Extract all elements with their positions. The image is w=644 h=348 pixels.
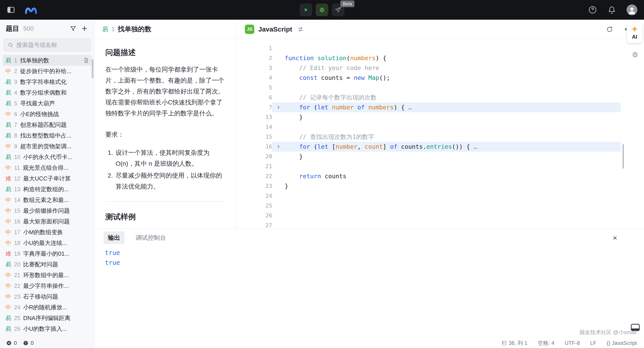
- code-line: 20 }: [236, 152, 621, 162]
- bug-rail-icon[interactable]: [631, 50, 639, 59]
- problem-number: 18: [14, 240, 20, 246]
- line-number: 16: [236, 142, 272, 152]
- problem-list-item[interactable]: 中9超市里的货物架调...: [3, 141, 92, 152]
- problem-list-item[interactable]: 中11观光景点组合得...: [3, 162, 92, 173]
- fold-gutter: [272, 181, 285, 191]
- problem-list-item[interactable]: 易5寻找最大葫芦: [3, 98, 92, 109]
- code-text: [285, 44, 621, 53]
- language-selector[interactable]: JavaScript: [258, 26, 292, 33]
- status-item[interactable]: 空格: 4: [538, 340, 554, 347]
- problem-title: 观光景点组合得...: [23, 164, 68, 172]
- code-line: 24: [236, 191, 621, 201]
- sidebar-toggle-icon[interactable]: [7, 6, 15, 14]
- problem-list-item[interactable]: 中14数组元素之和最...: [3, 194, 92, 205]
- problem-list-item[interactable]: 易13构造特定数组的...: [3, 184, 92, 194]
- code-editor[interactable]: 12function solution(numbers) {3 // Edit …: [236, 39, 644, 228]
- problem-title: 最少前缀操作问题: [23, 207, 70, 215]
- difficulty-badge: 易: [5, 153, 11, 161]
- sidebar-scrollbar[interactable]: [92, 59, 94, 78]
- avatar[interactable]: [626, 4, 637, 15]
- editor-scrollbar[interactable]: [622, 144, 624, 169]
- problem-list-item[interactable]: 易7创意标题匹配问题: [3, 120, 92, 130]
- problem-list-item[interactable]: 中24小R的随机播放...: [3, 302, 92, 313]
- difficulty-badge: 中: [5, 196, 11, 204]
- reset-code-icon[interactable]: [605, 25, 614, 34]
- problem-title: 徒步旅行中的补给...: [20, 67, 72, 75]
- code-text: function solution(numbers) {: [285, 53, 621, 63]
- problem-list-item[interactable]: 中16最大矩形面积问题: [3, 216, 92, 227]
- error-icon: [6, 340, 12, 346]
- problem-list-item[interactable]: 易10小F的永久代币卡...: [3, 152, 92, 162]
- send-icon: [335, 6, 342, 13]
- problem-list-item[interactable]: 中2徒步旅行中的补给...: [3, 66, 92, 76]
- status-item[interactable]: 行 36, 列 1: [502, 340, 528, 347]
- help-icon[interactable]: [588, 5, 597, 14]
- fold-chevron-icon[interactable]: [272, 102, 285, 112]
- test-samples-heading: 测试样例: [105, 212, 226, 222]
- output-line: true: [105, 258, 634, 268]
- problem-list-item[interactable]: 难19字典序最小的01...: [3, 248, 92, 259]
- problems-status[interactable]: 0 0: [0, 338, 94, 348]
- status-items: 行 36, 列 1空格: 4UTF-8LF{} JavaScript: [94, 338, 644, 348]
- problem-list-item[interactable]: 易8找出整型数组中占...: [3, 130, 92, 141]
- debug-button[interactable]: [316, 4, 328, 16]
- status-item[interactable]: {} JavaScript: [607, 340, 637, 346]
- tab-debug-console[interactable]: 调试控制台: [135, 232, 167, 244]
- problem-number: 14: [14, 197, 20, 203]
- problem-title: 数字字符串格式化: [20, 78, 67, 86]
- tab-output[interactable]: 输出: [104, 232, 124, 244]
- difficulty-badge: 易: [5, 56, 11, 64]
- editor-header: JS JavaScript: [236, 20, 644, 39]
- problem-number: 17: [14, 229, 20, 236]
- problem-list-item[interactable]: 中23石子移动问题: [3, 291, 92, 302]
- problem-title: 比赛配对问题: [23, 260, 58, 268]
- code-text: [285, 220, 621, 228]
- code-line: 1: [236, 44, 621, 53]
- plus-icon[interactable]: +: [80, 24, 88, 34]
- search-box[interactable]: [4, 38, 91, 52]
- search-input[interactable]: [16, 42, 87, 48]
- problem-panel: 易 1 找单独的数 问题描述 在一个班级中，每位同学都拿到了一张卡片，上面有一个…: [94, 20, 236, 228]
- problem-list-item[interactable]: 易26小U的数字插入...: [3, 324, 92, 334]
- fold-gutter: [272, 63, 285, 73]
- problem-list-item[interactable]: 易25DNA序列编辑距离: [3, 313, 92, 324]
- problem-list-item[interactable]: 难12最大UCC子串计算: [3, 173, 92, 184]
- run-button[interactable]: [300, 4, 312, 16]
- bell-icon[interactable]: [607, 5, 616, 14]
- fold-gutter: [272, 44, 285, 53]
- ai-assistant-button[interactable]: AI: [627, 22, 642, 43]
- problem-list-item[interactable]: 中6小E的怪物挑战: [3, 109, 92, 120]
- code-text: return counts: [285, 171, 621, 181]
- problem-title: 超市里的货物架调...: [20, 142, 72, 150]
- line-number: 27: [236, 220, 272, 228]
- fold-chevron-icon[interactable]: [272, 142, 285, 152]
- difficulty-badge: 难: [5, 175, 11, 182]
- line-number: 24: [236, 191, 272, 201]
- problem-list-item[interactable]: 中18小U的最大连续...: [3, 238, 92, 248]
- error-count: 0: [14, 340, 17, 346]
- code-text: [285, 191, 621, 201]
- filter-icon[interactable]: [68, 24, 78, 34]
- swap-icon[interactable]: [296, 25, 305, 34]
- code-text: for (let [number, count] of counts.entri…: [285, 142, 621, 152]
- close-icon[interactable]: ×: [613, 234, 617, 242]
- difficulty-badge: 易: [5, 314, 11, 322]
- line-number: 1: [236, 44, 272, 53]
- status-item[interactable]: UTF-8: [564, 340, 580, 346]
- code-text: [285, 201, 621, 211]
- status-item[interactable]: LF: [590, 340, 596, 346]
- problem-list-item[interactable]: 中22最少字符串操作...: [3, 280, 92, 291]
- line-number: 15: [236, 132, 272, 142]
- problem-list-item[interactable]: 易20比赛配对问题: [3, 259, 92, 270]
- problem-list-item[interactable]: 中17小M的数组变换: [3, 227, 92, 238]
- problem-list-item[interactable]: 中15最少前缀操作问题: [3, 205, 92, 216]
- problem-list-item[interactable]: 易1找单独的数: [3, 55, 92, 66]
- problem-number: 6: [14, 111, 17, 118]
- problem-list-item[interactable]: 易4数字分组求偶数和: [3, 87, 92, 98]
- fold-gutter: [272, 112, 285, 122]
- problem-list-item[interactable]: 中21环形数组中的最...: [3, 270, 92, 280]
- difficulty-badge: 中: [5, 164, 11, 172]
- difficulty-badge: 易: [102, 25, 108, 33]
- problem-list-item[interactable]: 易3数字字符串格式化: [3, 76, 92, 87]
- line-number: 13: [236, 112, 272, 122]
